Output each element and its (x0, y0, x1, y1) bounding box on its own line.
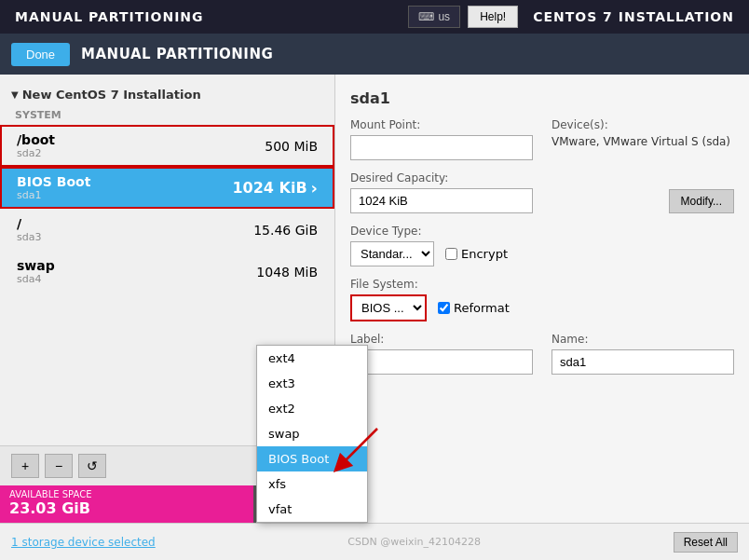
capacity-group: Desired Capacity: (350, 171, 533, 213)
right-panel: sda1 Mount Point: Device(s): VMware, VMw… (335, 75, 749, 523)
partition-swap-dev: sda4 (17, 273, 55, 285)
partition-root-dev: sda3 (17, 231, 41, 243)
dropdown-vfat[interactable]: vfat (257, 497, 367, 522)
dropdown-xfs[interactable]: xfs (257, 471, 367, 497)
filesystem-section: File System: BIOS ... ext4 ext3 ext2 swa… (350, 278, 734, 321)
reformat-label: Reformat (454, 301, 510, 315)
device-type-select[interactable]: Standar... LVM LVM Thin (350, 241, 434, 266)
mount-point-group: Mount Point: (350, 118, 533, 160)
label-input[interactable] (350, 349, 533, 375)
encrypt-label: Encrypt (461, 247, 508, 261)
page-title: MANUAL PARTITIONING (81, 46, 273, 62)
partition-bios-size: 1024 KiB (232, 179, 306, 197)
dropdown-swap[interactable]: swap (257, 421, 367, 446)
partition-root-size: 15.46 GiB (253, 223, 318, 238)
filesystem-dropdown: ext4 ext3 ext2 swap BIOS Boot xfs vfat (256, 345, 368, 523)
topbar: Done MANUAL PARTITIONING (0, 34, 749, 75)
partition-swap-left: swap sda4 (17, 258, 55, 285)
device-type-row: Standar... LVM LVM Thin Encrypt (350, 241, 734, 266)
partition-root-left: / sda3 (17, 216, 41, 243)
filesystem-select[interactable]: BIOS ... ext4 ext3 ext2 swap xfs vfat (350, 294, 427, 321)
partition-bios-size-area: 1024 KiB › (232, 178, 318, 198)
name-label: Name: (552, 333, 734, 346)
name-group: Name: (552, 333, 734, 375)
header-right: ⌨ us Help! CENTOS 7 INSTALLATION (408, 6, 734, 28)
partition-swap[interactable]: swap sda4 1048 MiB (0, 251, 334, 293)
partition-bios-dev: sda1 (17, 189, 90, 201)
help-button[interactable]: Help! (468, 6, 518, 28)
mount-point-label: Mount Point: (350, 118, 533, 131)
partition-swap-size: 1048 MiB (256, 265, 318, 280)
modify-button[interactable]: Modify... (669, 189, 734, 213)
partition-boot[interactable]: /boot sda2 500 MiB (0, 125, 334, 167)
keyboard-button[interactable]: ⌨ us (408, 6, 460, 28)
label-name-row: Label: Name: (350, 333, 734, 375)
done-button[interactable]: Done (11, 43, 70, 66)
available-space-label: AVAILABLE SPACE (9, 489, 244, 499)
partition-bios[interactable]: BIOS Boot sda1 1024 KiB › (0, 167, 334, 209)
keyboard-icon: ⌨ (418, 10, 434, 23)
device-type-label: Device Type: (350, 225, 734, 238)
system-label: SYSTEM (0, 105, 334, 125)
label-label: Label: (350, 333, 533, 346)
main-content: New CentOS 7 Installation SYSTEM /boot s… (0, 75, 749, 523)
available-space: AVAILABLE SPACE 23.03 GiB (0, 485, 253, 523)
dropdown-ext2[interactable]: ext2 (257, 396, 367, 421)
centos-title: CENTOS 7 INSTALLATION (533, 9, 734, 24)
devices-value: VMware, VMware Virtual S (sda) (552, 135, 734, 148)
filesystem-label: File System: (350, 278, 734, 291)
filesystem-row: BIOS ... ext4 ext3 ext2 swap xfs vfat Re… (350, 294, 734, 321)
desired-capacity-input[interactable] (350, 188, 533, 213)
dropdown-bios-boot[interactable]: BIOS Boot (257, 446, 367, 471)
partition-boot-size: 500 MiB (265, 139, 318, 154)
devices-group: Device(s): VMware, VMware Virtual S (sda… (552, 118, 734, 160)
header: MANUAL PARTITIONING ⌨ us Help! CENTOS 7 … (0, 0, 749, 34)
bottom-bar: 1 storage device selected CSDN @weixin_4… (0, 523, 749, 560)
dropdown-ext4[interactable]: ext4 (257, 346, 367, 371)
refresh-button[interactable]: ↺ (78, 454, 106, 478)
keyboard-lang: us (438, 10, 450, 23)
devices-label: Device(s): (552, 118, 734, 131)
device-type-section: Device Type: Standar... LVM LVM Thin Enc… (350, 225, 734, 266)
app-title: MANUAL PARTITIONING (15, 9, 204, 24)
mount-device-row: Mount Point: Device(s): VMware, VMware V… (350, 118, 734, 160)
arrow-right-icon: › (311, 178, 318, 198)
reformat-checkbox-group: Reformat (438, 301, 510, 315)
name-input[interactable] (552, 349, 734, 375)
mount-point-input[interactable] (350, 135, 533, 160)
partition-root-name: / (17, 216, 41, 231)
capacity-row: Desired Capacity: Modify... (350, 171, 734, 213)
encrypt-checkbox-group: Encrypt (445, 247, 508, 261)
partition-root[interactable]: / sda3 15.46 GiB (0, 209, 334, 251)
label-group: Label: (350, 333, 533, 375)
reformat-checkbox[interactable] (438, 302, 450, 314)
partition-boot-left: /boot sda2 (17, 132, 55, 159)
add-partition-button[interactable]: + (11, 454, 39, 478)
encrypt-checkbox[interactable] (445, 248, 457, 260)
right-panel-title: sda1 (350, 89, 734, 107)
reset-all-button[interactable]: Reset All (674, 532, 738, 553)
dropdown-ext3[interactable]: ext3 (257, 371, 367, 396)
partition-boot-name: /boot (17, 132, 55, 147)
modify-group: Modify... (552, 171, 734, 213)
partition-bios-name: BIOS Boot (17, 174, 90, 189)
desired-capacity-label: Desired Capacity: (350, 171, 533, 184)
partition-boot-dev: sda2 (17, 147, 55, 159)
installation-label: New CentOS 7 Installation (0, 82, 334, 105)
partition-bios-left: BIOS Boot sda1 (17, 174, 90, 201)
remove-partition-button[interactable]: − (45, 454, 73, 478)
storage-link[interactable]: 1 storage device selected (11, 536, 156, 549)
watermark: CSDN @weixin_42104228 (347, 536, 481, 548)
partition-swap-name: swap (17, 258, 55, 273)
available-space-value: 23.03 GiB (9, 499, 244, 517)
